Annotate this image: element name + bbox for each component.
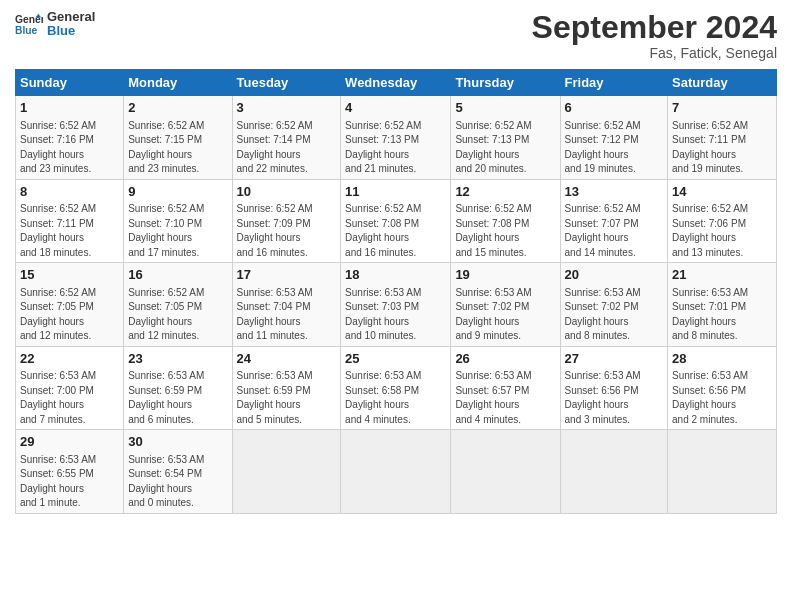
daylight-label: Daylight hours: [565, 232, 629, 243]
sunrise: Sunrise: 6:52 AM: [128, 287, 204, 298]
day-cell: 26Sunrise: 6:53 AMSunset: 6:57 PMDayligh…: [451, 346, 560, 430]
daylight-label: Daylight hours: [128, 316, 192, 327]
day-cell: 5Sunrise: 6:52 AMSunset: 7:13 PMDaylight…: [451, 96, 560, 180]
daylight-value: and 5 minutes.: [237, 414, 303, 425]
calendar-week-row: 29Sunrise: 6:53 AMSunset: 6:55 PMDayligh…: [16, 430, 777, 514]
sunrise: Sunrise: 6:52 AM: [128, 203, 204, 214]
daylight-label: Daylight hours: [237, 149, 301, 160]
day-cell: 16Sunrise: 6:52 AMSunset: 7:05 PMDayligh…: [124, 263, 232, 347]
sunset: Sunset: 7:15 PM: [128, 134, 202, 145]
daylight-label: Daylight hours: [128, 483, 192, 494]
daylight-value: and 6 minutes.: [128, 414, 194, 425]
sunrise: Sunrise: 6:52 AM: [20, 203, 96, 214]
day-cell: 3Sunrise: 6:52 AMSunset: 7:14 PMDaylight…: [232, 96, 341, 180]
daylight-label: Daylight hours: [345, 149, 409, 160]
weekday-header-row: Sunday Monday Tuesday Wednesday Thursday…: [16, 70, 777, 96]
empty-cell: [668, 430, 777, 514]
daylight-label: Daylight hours: [128, 232, 192, 243]
daylight-label: Daylight hours: [455, 399, 519, 410]
sunrise: Sunrise: 6:52 AM: [345, 120, 421, 131]
sunset: Sunset: 7:08 PM: [345, 218, 419, 229]
sunset: Sunset: 7:09 PM: [237, 218, 311, 229]
daylight-value: and 20 minutes.: [455, 163, 526, 174]
day-cell: 24Sunrise: 6:53 AMSunset: 6:59 PMDayligh…: [232, 346, 341, 430]
sunset: Sunset: 7:11 PM: [672, 134, 746, 145]
daylight-value: and 16 minutes.: [345, 247, 416, 258]
daylight-value: and 12 minutes.: [20, 330, 91, 341]
sunset: Sunset: 7:05 PM: [128, 301, 202, 312]
daylight-label: Daylight hours: [565, 316, 629, 327]
day-cell: 4Sunrise: 6:52 AMSunset: 7:13 PMDaylight…: [341, 96, 451, 180]
month-title: September 2024: [532, 10, 777, 45]
daylight-value: and 4 minutes.: [345, 414, 411, 425]
daylight-label: Daylight hours: [455, 149, 519, 160]
day-cell: 20Sunrise: 6:53 AMSunset: 7:02 PMDayligh…: [560, 263, 668, 347]
daylight-label: Daylight hours: [672, 399, 736, 410]
day-number: 20: [565, 266, 664, 284]
daylight-value: and 13 minutes.: [672, 247, 743, 258]
daylight-label: Daylight hours: [128, 149, 192, 160]
sunset: Sunset: 7:11 PM: [20, 218, 94, 229]
sunset: Sunset: 7:13 PM: [345, 134, 419, 145]
daylight-value: and 12 minutes.: [128, 330, 199, 341]
daylight-value: and 19 minutes.: [565, 163, 636, 174]
daylight-value: and 4 minutes.: [455, 414, 521, 425]
day-cell: 9Sunrise: 6:52 AMSunset: 7:10 PMDaylight…: [124, 179, 232, 263]
logo-general: General: [47, 10, 95, 24]
sunset: Sunset: 7:12 PM: [565, 134, 639, 145]
sunset: Sunset: 7:14 PM: [237, 134, 311, 145]
logo: General Blue General Blue: [15, 10, 95, 39]
empty-cell: [232, 430, 341, 514]
sunrise: Sunrise: 6:52 AM: [455, 120, 531, 131]
sunset: Sunset: 7:00 PM: [20, 385, 94, 396]
sunset: Sunset: 7:03 PM: [345, 301, 419, 312]
calendar-week-row: 1Sunrise: 6:52 AMSunset: 7:16 PMDaylight…: [16, 96, 777, 180]
daylight-label: Daylight hours: [455, 232, 519, 243]
day-number: 28: [672, 350, 772, 368]
sunrise: Sunrise: 6:53 AM: [237, 370, 313, 381]
sunset: Sunset: 6:56 PM: [565, 385, 639, 396]
empty-cell: [341, 430, 451, 514]
header-tuesday: Tuesday: [232, 70, 341, 96]
day-number: 17: [237, 266, 337, 284]
calendar-week-row: 8Sunrise: 6:52 AMSunset: 7:11 PMDaylight…: [16, 179, 777, 263]
daylight-label: Daylight hours: [672, 232, 736, 243]
header-saturday: Saturday: [668, 70, 777, 96]
day-number: 8: [20, 183, 119, 201]
sunrise: Sunrise: 6:52 AM: [455, 203, 531, 214]
header-thursday: Thursday: [451, 70, 560, 96]
day-cell: 27Sunrise: 6:53 AMSunset: 6:56 PMDayligh…: [560, 346, 668, 430]
day-cell: 19Sunrise: 6:53 AMSunset: 7:02 PMDayligh…: [451, 263, 560, 347]
daylight-value: and 23 minutes.: [20, 163, 91, 174]
day-number: 6: [565, 99, 664, 117]
day-number: 2: [128, 99, 227, 117]
day-cell: 15Sunrise: 6:52 AMSunset: 7:05 PMDayligh…: [16, 263, 124, 347]
daylight-value: and 8 minutes.: [565, 330, 631, 341]
day-number: 24: [237, 350, 337, 368]
day-number: 23: [128, 350, 227, 368]
day-cell: 10Sunrise: 6:52 AMSunset: 7:09 PMDayligh…: [232, 179, 341, 263]
sunrise: Sunrise: 6:52 AM: [237, 203, 313, 214]
title-block: September 2024 Fas, Fatick, Senegal: [532, 10, 777, 61]
daylight-label: Daylight hours: [237, 316, 301, 327]
daylight-value: and 14 minutes.: [565, 247, 636, 258]
day-number: 21: [672, 266, 772, 284]
sunset: Sunset: 7:01 PM: [672, 301, 746, 312]
sunrise: Sunrise: 6:53 AM: [20, 454, 96, 465]
empty-cell: [560, 430, 668, 514]
calendar-week-row: 15Sunrise: 6:52 AMSunset: 7:05 PMDayligh…: [16, 263, 777, 347]
daylight-value: and 23 minutes.: [128, 163, 199, 174]
daylight-label: Daylight hours: [237, 232, 301, 243]
daylight-label: Daylight hours: [672, 149, 736, 160]
day-number: 7: [672, 99, 772, 117]
day-cell: 11Sunrise: 6:52 AMSunset: 7:08 PMDayligh…: [341, 179, 451, 263]
day-cell: 23Sunrise: 6:53 AMSunset: 6:59 PMDayligh…: [124, 346, 232, 430]
sunrise: Sunrise: 6:52 AM: [345, 203, 421, 214]
day-cell: 18Sunrise: 6:53 AMSunset: 7:03 PMDayligh…: [341, 263, 451, 347]
sunrise: Sunrise: 6:53 AM: [345, 370, 421, 381]
sunrise: Sunrise: 6:53 AM: [565, 287, 641, 298]
sunset: Sunset: 6:55 PM: [20, 468, 94, 479]
daylight-value: and 2 minutes.: [672, 414, 738, 425]
daylight-value: and 19 minutes.: [672, 163, 743, 174]
day-cell: 12Sunrise: 6:52 AMSunset: 7:08 PMDayligh…: [451, 179, 560, 263]
